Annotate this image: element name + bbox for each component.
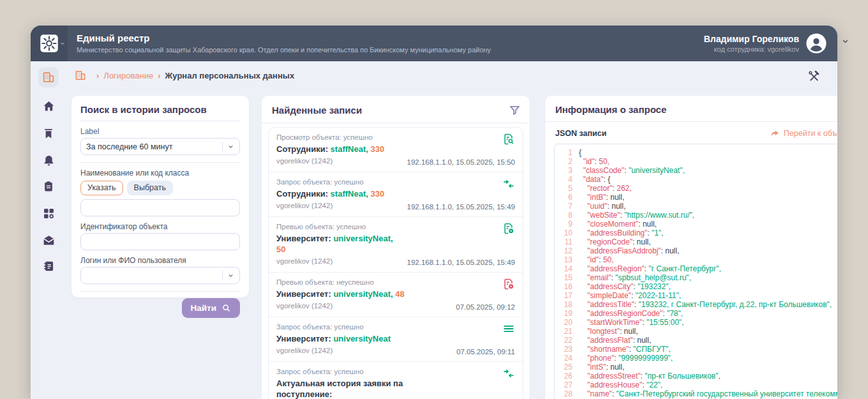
divider [80, 162, 240, 163]
desktop-background: Единый реестр Министерство социальной за… [0, 0, 868, 399]
chevron-down-icon [222, 142, 234, 152]
filter-funnel-icon[interactable] [509, 104, 521, 116]
app-header: Единый реестр Министерство социальной за… [31, 26, 837, 61]
sidebar-rail [31, 61, 66, 399]
code-line: 13 "id": 50, [558, 255, 837, 264]
chevron-down-icon [222, 271, 234, 281]
logo-chevron-down-icon[interactable] [59, 40, 66, 47]
tools-icon[interactable] [807, 69, 821, 82]
panel-collapse-chevron-icon[interactable] [841, 37, 849, 45]
search-panel-title: Поиск в истории запросов [80, 104, 240, 121]
code-line: 19 "addressRegionCode": "78", [558, 309, 837, 318]
record-row[interactable]: Запрос объекта: успешноУниверситет: univ… [269, 317, 523, 361]
record-title: Сотрудники: staffNeat, 330 [276, 144, 402, 154]
class-input-wrap [80, 199, 240, 216]
sidebar-item-notifications[interactable] [38, 150, 59, 170]
record-row[interactable]: Превью объекта: неуспешноУниверситет: un… [269, 272, 523, 317]
breadcrumb: › Логирование › Журнал персональных данн… [66, 61, 837, 89]
info-panel-title: Информация о запросе [555, 104, 666, 115]
breadcrumb-link-logging[interactable]: Логирование [103, 71, 153, 80]
app-logo-icon [40, 34, 59, 53]
record-side: 07.05.2025, 09:11 [456, 322, 515, 356]
record-title: Университет: universityNeat [276, 333, 451, 344]
object-id-label: Идентификатор объекта [80, 222, 240, 231]
list-icon [502, 322, 515, 335]
breadcrumb-root-building-icon[interactable] [74, 69, 87, 82]
record-status: Превью объекта: неуспешно [276, 278, 451, 287]
object-id-input[interactable] [86, 237, 234, 246]
record-user: vgorelikov (1242) [276, 346, 451, 356]
code-line: 12 "addressFiasAddrobj": null, [558, 246, 837, 255]
code-line: 8 "webSite": "https://www.sut.ru/", [558, 211, 837, 220]
record-row[interactable]: Запрос объекта: успешноСотрудники: staff… [269, 172, 523, 216]
record-status: Превью объекта: успешно [276, 222, 402, 232]
header-titles: Единый реестр Министерство социальной за… [68, 26, 704, 61]
record-meta: 192.168.1.1.0, 15.05.2025, 15:49 [407, 259, 515, 266]
record-side: 07.05.2025, 09:12 [456, 278, 515, 311]
record-title: Университет: universityNeat, 48 [276, 289, 451, 299]
code-line: 5 "rector": 262, [558, 184, 837, 193]
find-button-label: Найти [191, 303, 216, 313]
code-line: 21 "longtest": null, [558, 327, 837, 336]
sidebar-item-home[interactable] [38, 96, 59, 116]
record-side: 07.05.2025, 09:11 [456, 367, 515, 399]
goto-object-link[interactable]: Перейти к объекту [770, 128, 837, 139]
app-window: Единый реестр Министерство социальной за… [31, 26, 837, 399]
record-row[interactable]: Превью объекта: успешноУниверситет: univ… [269, 216, 523, 272]
document-preview-icon [502, 222, 515, 235]
record-title: Университет: universityNeat, 50 [276, 233, 402, 255]
app-title: Единый реестр [77, 33, 704, 44]
record-status: Запрос объекта: успешно [276, 367, 451, 377]
info-panel-header: Информация о запросе [545, 96, 837, 122]
json-code-viewer: 1{2 "id": 50,3 "classCode": "universityN… [554, 144, 837, 399]
record-row[interactable]: Просмотр объекта: успешноСотрудники: sta… [269, 128, 523, 172]
sidebar-item-registry[interactable] [38, 67, 59, 87]
user-select[interactable] [80, 267, 240, 284]
transfer-icon [502, 177, 515, 190]
record-main: Запрос объекта: успешноСотрудники: staff… [276, 177, 407, 211]
sidebar-item-bookmarks[interactable] [38, 123, 59, 144]
code-line: 6 "intB": null, [558, 193, 837, 202]
records-panel: Найденные записи Просмотр объекта: успеш… [262, 96, 530, 399]
sidebar-item-contacts[interactable] [38, 256, 59, 276]
record-main: Просмотр объекта: успешноСотрудники: sta… [276, 133, 407, 166]
record-meta: 07.05.2025, 09:11 [456, 348, 515, 356]
code-line: 9 "closeMoment": null, [558, 220, 837, 229]
search-panel: Поиск в истории запросов Label За послед… [71, 96, 249, 297]
choose-button[interactable]: Выбрать [127, 181, 173, 195]
code-line: 23 "shortname": "СПБГУТ", [558, 345, 837, 354]
period-select-value: За последние 60 минут [86, 142, 172, 151]
record-status: Запрос объекта: успешно [276, 322, 451, 332]
json-bar: JSON записи Перейти к объекту [545, 122, 837, 144]
search-actions: Найти [80, 292, 240, 318]
find-button[interactable]: Найти [182, 298, 240, 318]
sidebar-item-services[interactable] [38, 203, 59, 223]
envelope-icon [42, 234, 56, 247]
app-logo-block[interactable] [31, 26, 68, 61]
sidebar-item-mail[interactable] [38, 230, 59, 250]
record-main: Запрос объекта: успешноУниверситет: univ… [276, 322, 456, 356]
class-input[interactable] [86, 204, 234, 213]
sidebar-item-tasks[interactable] [38, 176, 59, 197]
period-select[interactable]: За последние 60 минут [80, 138, 240, 155]
document-preview-icon [502, 278, 515, 290]
record-title: Сотрудники: staffNeat, 330 [276, 188, 402, 199]
record-row[interactable]: Запрос объекта: успешноАктуальная истори… [269, 361, 523, 399]
code-line: 4 "data": { [558, 175, 837, 184]
specify-button[interactable]: Указать [80, 181, 123, 195]
records-panel-title: Найденные записи [272, 105, 362, 116]
user-menu[interactable]: Владимир Гореликов код сотрудника: vgore… [704, 26, 837, 61]
record-user: vgorelikov (1242) [276, 156, 402, 166]
record-user: vgorelikov (1242) [276, 257, 402, 266]
records-list: Просмотр объекта: успешноСотрудники: sta… [268, 127, 523, 399]
breadcrumb-current-page: Журнал персональных данных [165, 71, 295, 80]
record-user: vgorelikov (1242) [276, 301, 451, 311]
class-field-label: Наименование или код класса [80, 169, 240, 177]
label-field-label: Label [80, 127, 240, 136]
avatar[interactable] [805, 33, 827, 54]
record-title: Актуальная история заявки па поступление… [276, 378, 451, 399]
widgets-gear-icon [42, 207, 56, 220]
code-line: 22 "addressFlat": null, [558, 336, 837, 345]
document-search-icon [502, 133, 515, 146]
chevron-right-icon: › [158, 71, 160, 80]
